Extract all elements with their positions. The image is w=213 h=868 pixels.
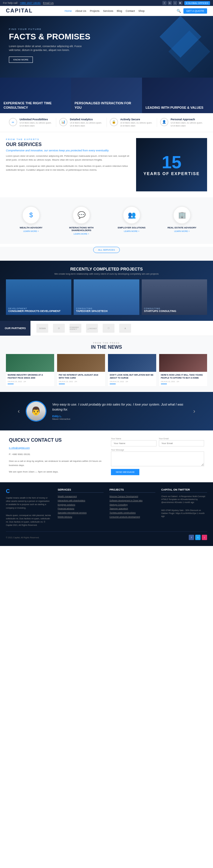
partner-logo-2: ◎ <box>53 324 65 333</box>
shareholders-name: INTERACTIONS WITH SHAREHOLDERS <box>59 226 104 232</box>
form-input-email[interactable] <box>159 440 205 446</box>
nav-contact[interactable]: Contact <box>126 9 135 12</box>
news-card-1: MARINE INDUSTRY GROWING AT A FASTEST PAC… <box>6 354 54 386</box>
project-card-3: Consulting STARTUPS CONSULTING <box>142 279 207 315</box>
news-grid: MARINE INDUSTRY GROWING AT A FASTEST PAC… <box>6 354 207 386</box>
footer-about-desc: Capital means wealth in the form of mone… <box>6 496 52 509</box>
project-label-1: Development <box>8 308 69 310</box>
nav-home[interactable]: Home <box>65 9 72 12</box>
footer-project-link-4[interactable]: Tapeover spacetech <box>109 507 155 510</box>
contact-form: Your Name Your Email Your Message SEND M… <box>111 438 204 475</box>
footer-service-link-1[interactable]: Wealth management <box>58 495 104 498</box>
footer-instagram-icon[interactable]: i <box>202 535 207 540</box>
testimonial-next-arrow[interactable]: › <box>193 408 195 414</box>
testimonial-section: ‹ 👨 Very easy to use. I could probably g… <box>0 392 213 430</box>
news-card-2: PAY NO INTEREST UNTIL AUGUST 2018 WITH T… <box>57 354 105 386</box>
stat-content-1: Unlimited Possibilities Ut et libero dia… <box>20 118 53 127</box>
news-content-2: PAY NO INTEREST UNTIL AUGUST 2018 WITH T… <box>57 372 105 386</box>
wealth-icon: $ <box>22 206 40 224</box>
footer-service-link-3[interactable]: Employer solutions <box>58 503 104 506</box>
footer-about-desc2: Mauris quam, consequat ac nibh placerat,… <box>6 514 52 527</box>
contact-section: QUICKLY CONTACT US e: info@capital.com P… <box>0 430 213 482</box>
project-card-1: Development CONSUMER PRODUCTS DEVELOPMEN… <box>6 279 71 315</box>
testimonial-company: Maxer Interactive <box>52 418 187 421</box>
realestate-icon: 🏢 <box>173 206 191 224</box>
form-textarea-message[interactable] <box>111 452 204 466</box>
nav-shop[interactable]: Shop <box>138 9 145 12</box>
testimonial-prev-arrow[interactable]: ‹ <box>18 408 20 414</box>
footer-tweet-2: MiD-STAR Mystery Sale - 30% Discount on … <box>161 509 207 518</box>
footer-col-twitter: CAPITAL ON TWITTER Check out Salient - A… <box>161 488 207 527</box>
wealth-name: WEALTH ADVISORY <box>9 226 53 229</box>
feature-card-2: PERSONALISED INTERACTION FOR YOU <box>71 78 142 113</box>
footer-twitter-icon[interactable]: t <box>195 535 201 540</box>
email-link[interactable]: Email Us <box>43 1 54 4</box>
nav-about[interactable]: About Us <box>75 9 86 12</box>
help-text: For help call <box>3 1 17 4</box>
twitter-icon[interactable]: t <box>173 1 177 5</box>
contact-email-link[interactable]: e: info@capital.com <box>9 446 30 449</box>
projects-section: RECENTLY COMPLETED PROJECTS We create lo… <box>0 261 213 321</box>
employer-icon: 👥 <box>123 206 141 224</box>
contact-left: QUICKLY CONTACT US e: info@capital.com P… <box>9 438 102 475</box>
footer-project-link-1[interactable]: Moscow Campus Development <box>109 495 155 498</box>
feature-cards: EXPERIENCE THE RIGHT TIME CONSULTANCY PE… <box>0 78 213 113</box>
contact-title: QUICKLY CONTACT US <box>9 438 102 443</box>
hero-know-more-btn[interactable]: KNOW MORE <box>9 57 33 63</box>
quote-button[interactable]: GET A QUOTE <box>183 8 207 13</box>
stat-icon-unlimited: ∞ <box>9 118 17 126</box>
youtube-icon[interactable]: ▶ <box>178 1 182 5</box>
footer-project-link-5[interactable]: Turnkey public constructions <box>109 511 155 514</box>
news-title: IN THE NEWS <box>6 344 207 350</box>
service-icons-section: $ WEALTH ADVISORY LEARN MORE + 💬 INTERAC… <box>0 197 213 244</box>
project-label-3: Consulting <box>144 308 205 310</box>
projects-grid: Development CONSUMER PRODUCTS DEVELOPMEN… <box>6 279 207 315</box>
social-links: f G t ▶ <box>163 1 182 5</box>
stat-desc-4: Ut et libero diam, eu ultrices quam. Ut … <box>171 121 204 127</box>
footer-project-link-3[interactable]: Startups Consulting <box>109 503 155 506</box>
realestate-learn[interactable]: LEARN MORE + <box>160 230 204 232</box>
employer-learn[interactable]: LEARN MORE + <box>109 230 154 232</box>
form-input-name[interactable] <box>111 440 156 446</box>
news-card-3: DON'T LOOK NOW, BUT INFLATION MAY BE ABO… <box>108 354 156 386</box>
project-label-2: Consulting <box>76 308 137 310</box>
google-icon[interactable]: G <box>168 1 172 5</box>
form-label-name: Your Name <box>111 438 156 440</box>
nav-services[interactable]: Services <box>103 9 113 12</box>
feature-card-title-1: EXPERIENCE THE RIGHT TIME CONSULTANCY <box>4 101 67 110</box>
footer-project-link-2[interactable]: Software development in Close labs <box>109 499 155 502</box>
expertise-number: 15 <box>162 153 182 171</box>
footer-facebook-icon[interactable]: f <box>189 535 194 540</box>
testimonial-name: Eddy L. <box>52 415 187 418</box>
footer-projects-title: PROJECTS <box>109 488 155 493</box>
footer-service-link-2[interactable]: Interactions with shareholders <box>58 499 104 502</box>
phone-link[interactable]: +880 1827 19191 <box>20 1 40 4</box>
shareholders-learn[interactable]: LEARN MORE + <box>59 233 104 235</box>
stat-desc-1: Ut et libero diam, eu ultrices quam. Ut … <box>20 121 53 127</box>
footer: C Capital means wealth in the form of mo… <box>0 482 213 546</box>
nav-projects[interactable]: Projects <box>90 9 100 12</box>
news-image-1 <box>6 354 54 372</box>
footer-service-link-6[interactable]: Mobile Advisory <box>58 516 104 519</box>
news-image-4 <box>159 354 207 372</box>
project-name-3: STARTUPS CONSULTING <box>144 310 205 313</box>
news-headline-3: DON'T LOOK NOW, BUT INFLATION MAY BE ABO… <box>110 374 154 379</box>
wealth-learn[interactable]: LEARN MORE + <box>9 230 53 232</box>
feature-card-content-1: EXPERIENCE THE RIGHT TIME CONSULTANCY <box>0 78 71 113</box>
search-icon[interactable]: 🔍 <box>177 9 181 13</box>
global-offices-btn[interactable]: 8 GLOBAL OFFICES <box>184 1 210 5</box>
footer-service-link-5[interactable]: Specialist international services <box>58 511 104 514</box>
news-image-3 <box>108 354 156 372</box>
project-name-2: TAPEOVER SPACETECH <box>76 310 137 313</box>
send-message-button[interactable]: SEND MESSAGE <box>111 469 139 475</box>
realestate-name: REAL ESTATE ADVISORY <box>160 226 204 229</box>
services-tag: FROM THE EXPERTS <box>6 138 130 141</box>
footer-service-link-4[interactable]: Financial advisory <box>58 507 104 510</box>
nav-blog[interactable]: Blog <box>117 9 122 12</box>
project-card-inner-3: Consulting STARTUPS CONSULTING <box>142 279 207 315</box>
footer-project-link-6[interactable]: Consumer products development <box>109 516 155 519</box>
form-label-message: Your Message <box>111 449 204 451</box>
facebook-icon[interactable]: f <box>163 1 167 5</box>
stat-title-4: Personal Approach <box>171 118 204 121</box>
all-services-button[interactable]: ALL SERVICES <box>93 247 120 253</box>
